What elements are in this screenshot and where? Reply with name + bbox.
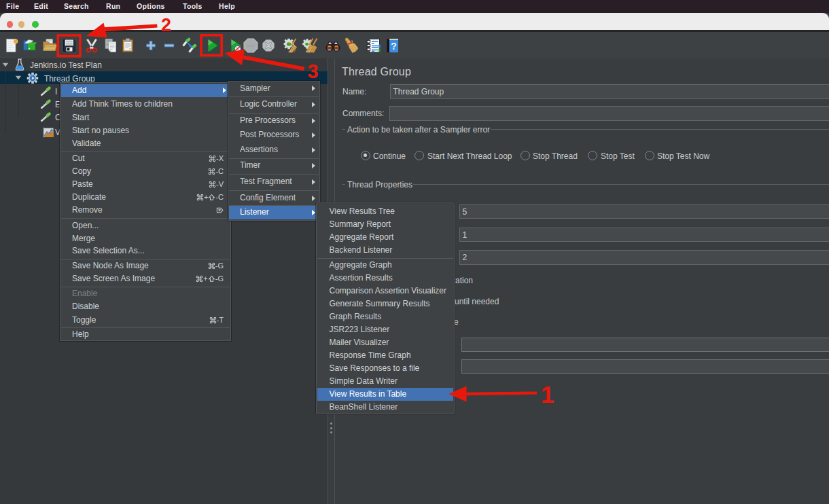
svg-text:STOP: STOP (247, 44, 255, 48)
svg-text:?: ? (391, 41, 397, 52)
